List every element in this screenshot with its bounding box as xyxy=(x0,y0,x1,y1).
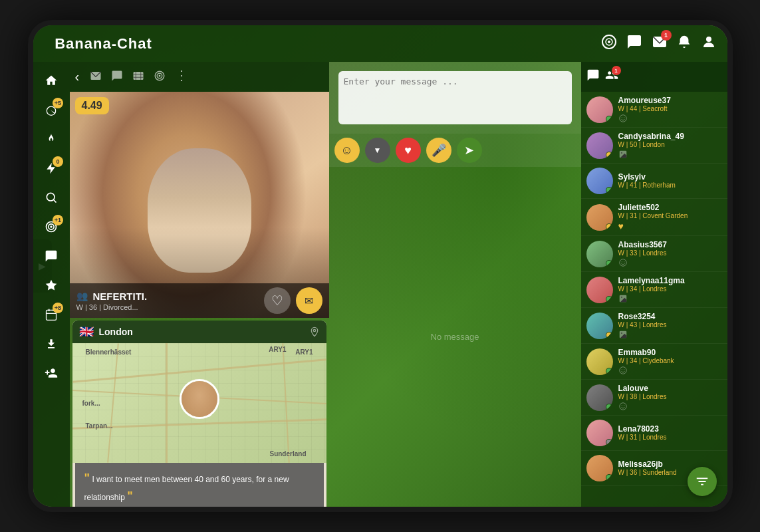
location-pin-icon xyxy=(309,327,320,337)
chat-bubble-icon[interactable] xyxy=(626,34,642,53)
profile-details: W | 36 | Divorced... xyxy=(76,303,138,311)
contact-item-emmab90[interactable]: Emmab90 W | 34 | Clydebank xyxy=(581,344,727,380)
contact-item-juliette502[interactable]: Juliette502 W | 31 | Covent Garden ♥ xyxy=(581,199,727,236)
svg-point-39 xyxy=(619,403,626,410)
back-button[interactable]: ‹ xyxy=(75,69,80,84)
chat-toolbar: ☺ ▼ ♥ 🎤 ➤ xyxy=(329,134,581,167)
contact-item-candysabrina_49[interactable]: Candysabrina_49 W | 50 | London xyxy=(581,128,727,164)
sidebar-item-target[interactable]: +1 xyxy=(38,213,64,240)
calendar-badge: +8 xyxy=(53,303,63,313)
svg-point-10 xyxy=(51,226,52,227)
svg-point-24 xyxy=(619,115,626,122)
svg-point-6 xyxy=(47,193,55,201)
sub-nav-envelope[interactable] xyxy=(87,67,104,87)
photo-icon xyxy=(618,150,628,159)
contact-status xyxy=(606,332,612,338)
city-label-5: fork... xyxy=(82,400,100,407)
contact-status xyxy=(606,368,612,374)
live-icon[interactable] xyxy=(601,34,617,53)
svg-point-36 xyxy=(619,367,626,374)
map-avatar xyxy=(180,379,219,419)
lightning-badge: 0 xyxy=(53,156,63,167)
sidebar-item-lightning[interactable]: 0 xyxy=(38,155,64,182)
sidebar-item-search[interactable] xyxy=(38,184,64,211)
sidebar-item-home[interactable] xyxy=(38,67,64,94)
emoji-button[interactable]: ☺ xyxy=(334,138,360,163)
bell-icon[interactable] xyxy=(677,35,692,53)
contact-status xyxy=(606,296,612,303)
user-icon[interactable] xyxy=(701,34,717,53)
contact-sub: W | 41 | Rotherham xyxy=(618,182,722,189)
svg-point-41 xyxy=(624,405,624,406)
contact-item-lamelynaa11gma[interactable]: Lamelynaa11gma W | 34 | Londres xyxy=(581,272,727,308)
contact-name: Candysabrina_49 xyxy=(618,132,722,141)
profile-panel: ‹ ⋮ xyxy=(70,62,329,507)
contact-sub: W | 33 | Londres xyxy=(618,249,722,257)
message-input-container xyxy=(338,71,572,124)
sidebar-item-stars[interactable] xyxy=(38,272,64,299)
city-label-1: Blennerhässet xyxy=(86,348,132,356)
photo-icon xyxy=(618,294,628,303)
profile-name: NEFERTITI. xyxy=(93,291,148,302)
contact-avatar xyxy=(586,313,613,339)
sub-nav-film[interactable] xyxy=(130,67,147,87)
filter-button[interactable] xyxy=(688,467,717,496)
svg-point-25 xyxy=(621,117,622,118)
expand-button[interactable]: ▼ xyxy=(365,138,390,163)
svg-point-33 xyxy=(621,297,622,298)
heart-toolbar-button[interactable]: ♥ xyxy=(396,138,421,163)
svg-point-5 xyxy=(47,106,55,115)
sidebar-item-calendar[interactable]: +8 xyxy=(38,301,64,328)
contacts-chat-icon[interactable] xyxy=(586,68,600,85)
contact-info: Rose3254 W | 43 | Londres xyxy=(618,312,722,339)
send-button[interactable]: ➤ xyxy=(457,138,482,163)
contact-item-lena78023[interactable]: Lena78023 W | 31 | Londres xyxy=(581,416,727,451)
contacts-users-icon[interactable]: 1 xyxy=(605,68,618,85)
photo-icon xyxy=(618,330,628,339)
svg-point-2 xyxy=(608,41,610,43)
contact-item-rose3254[interactable]: Rose3254 W | 43 | Londres xyxy=(581,308,727,344)
contact-info: Emmab90 W | 34 | Clydebank xyxy=(618,348,722,375)
contact-sub: W | 31 | Londres xyxy=(618,434,722,441)
message-input[interactable] xyxy=(344,76,567,96)
contact-info: Candysabrina_49 W | 50 | London xyxy=(618,132,722,159)
flag-icon: 🇬🇧 xyxy=(79,325,94,339)
sidebar-item-download[interactable] xyxy=(38,331,64,357)
contact-item-amoureuse37[interactable]: Amoureuse37 W | 44 | Seacroft xyxy=(581,92,727,128)
top-nav: Banana-Chat 1 xyxy=(33,25,727,62)
contact-status xyxy=(606,439,612,446)
sub-nav-chat[interactable] xyxy=(108,67,126,87)
heart-icon: ♥ xyxy=(618,221,624,231)
map-card: 🇬🇧 London Blennerhässet ARY1 xyxy=(72,321,326,507)
contact-item-lalouve[interactable]: Lalouve W | 38 | Londres xyxy=(581,380,727,416)
mic-button[interactable]: 🎤 xyxy=(426,138,451,163)
sidebar-item-add-user[interactable] xyxy=(38,360,64,386)
sidebar-item-timer[interactable]: +5 xyxy=(38,96,64,123)
svg-rect-16 xyxy=(134,72,144,80)
contact-item-sylsylv[interactable]: Sylsylv W | 41 | Rotherham xyxy=(581,164,727,199)
contact-avatar xyxy=(586,384,613,411)
svg-point-4 xyxy=(706,37,711,42)
contact-status xyxy=(606,116,612,122)
svg-point-40 xyxy=(621,405,622,406)
contact-sub: W | 31 | Covent Garden xyxy=(618,212,722,219)
contact-info: Lalouve W | 38 | Londres xyxy=(618,384,722,411)
city-label-3: Tarpan... xyxy=(86,422,113,430)
envelope-icon[interactable]: 1 xyxy=(652,34,668,53)
sub-nav-target[interactable] xyxy=(151,67,168,87)
svg-point-37 xyxy=(621,369,622,370)
left-sidebar: +5 0 +1 +8 xyxy=(33,62,70,507)
contact-status xyxy=(606,187,612,194)
message-button[interactable]: ✉ xyxy=(296,287,322,314)
sidebar-item-hot[interactable] xyxy=(38,126,64,152)
nav-icons: 1 xyxy=(601,34,717,53)
app-logo: Banana-Chat xyxy=(44,35,164,53)
heart-button[interactable]: ♡ xyxy=(264,287,291,314)
contact-item-abasius3567[interactable]: Abasius3567 W | 33 | Londres xyxy=(581,236,727,272)
svg-point-29 xyxy=(619,259,626,267)
contacts-list: Amoureuse37 W | 44 | Seacroft Candysabri… xyxy=(581,92,727,486)
sidebar-item-messages[interactable] xyxy=(38,243,64,269)
contact-info: Amoureuse37 W | 44 | Seacroft xyxy=(618,96,722,123)
contact-avatar xyxy=(586,96,613,123)
sub-nav-more[interactable]: ⋮ xyxy=(172,67,191,87)
